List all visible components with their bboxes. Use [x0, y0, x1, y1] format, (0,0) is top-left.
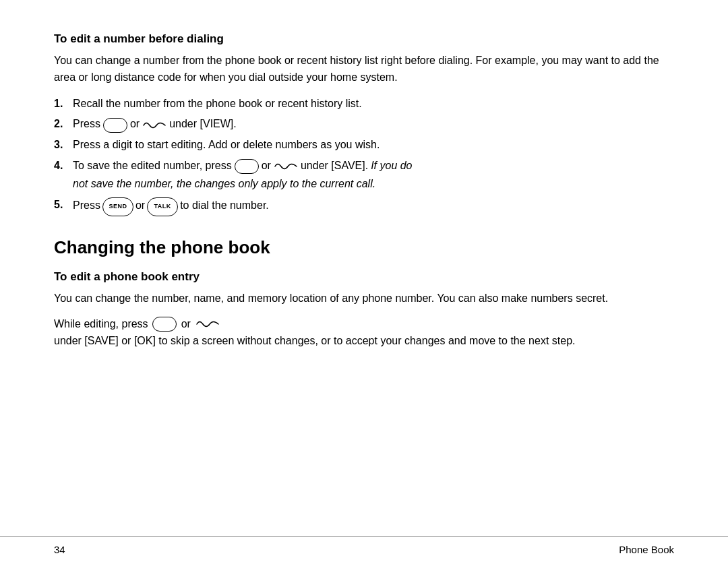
- step-content: Press or under [VIEW].: [73, 116, 674, 133]
- step4-line2: not save the number, the changes only ap…: [73, 176, 674, 193]
- talk-button: TALK: [147, 197, 178, 216]
- step-text-before: To save the edited number, press: [73, 158, 232, 175]
- step-number: 1.: [54, 96, 73, 113]
- step-number: 2.: [54, 116, 73, 133]
- or-text: or: [262, 158, 271, 175]
- list-item: 4. To save the edited number, press or u…: [54, 158, 674, 193]
- wavy-button-1: [142, 118, 166, 133]
- list-item: 2. Press or under [VIEW].: [54, 116, 674, 133]
- page-number: 34: [54, 544, 65, 555]
- list-item: 5. Press SEND or TALK to dial the number…: [54, 197, 674, 216]
- step-text: Press a digit to start editing. Add or d…: [73, 139, 380, 150]
- para2-text-after: under [SAVE] or [OK] to skip a screen wi…: [54, 333, 575, 350]
- steps-list: 1. Recall the number from the phone book…: [54, 96, 674, 220]
- page-content: To edit a number before dialing You can …: [0, 0, 728, 536]
- section2-heading: To edit a phone book entry: [54, 270, 674, 284]
- or-text: or: [130, 116, 140, 133]
- send-button-label: SEND: [109, 202, 127, 212]
- or-text: or: [135, 197, 145, 214]
- step-number: 3.: [54, 137, 73, 154]
- section2-para2: While editing, press or under [SAVE] or …: [54, 316, 674, 350]
- section-name: Phone Book: [619, 544, 674, 555]
- step-text-after-line1: under [SAVE].: [301, 158, 368, 175]
- step-content: Press SEND or TALK to dial the number.: [73, 197, 674, 216]
- step-number: 4.: [54, 158, 73, 175]
- step-number: 5.: [54, 197, 73, 214]
- step-text: Recall the number from the phone book or…: [73, 98, 362, 109]
- send-button: SEND: [102, 197, 133, 216]
- oval-button-2: [235, 159, 259, 174]
- step-text-before: Press: [73, 116, 100, 133]
- para2-text-before: While editing, press: [54, 316, 148, 333]
- talk-button-label: TALK: [154, 202, 171, 212]
- step4-line1: To save the edited number, press or unde…: [73, 158, 674, 175]
- page-footer: 34 Phone Book: [0, 536, 728, 562]
- chapter-title: Changing the phone book: [54, 237, 674, 258]
- section2-para1: You can change the number, name, and mem…: [54, 290, 674, 307]
- oval-button-1: [103, 118, 127, 133]
- para2-or-text: or: [181, 316, 191, 333]
- wavy-button-2: [274, 159, 298, 174]
- step-text-before: Press: [73, 197, 100, 214]
- step-text-after: to dial the number.: [180, 197, 269, 214]
- list-item: 3. Press a digit to start editing. Add o…: [54, 137, 674, 154]
- step-text-after: under [VIEW].: [169, 116, 237, 133]
- step-content: Recall the number from the phone book or…: [73, 96, 674, 113]
- list-item: 1. Recall the number from the phone book…: [54, 96, 674, 113]
- step-content: To save the edited number, press or unde…: [73, 158, 674, 193]
- wavy-button-3: [195, 317, 220, 332]
- step-content: Press a digit to start editing. Add or d…: [73, 137, 674, 154]
- step-text-italic-suffix: If you do: [371, 158, 412, 175]
- section1-heading: To edit a number before dialing: [54, 32, 674, 46]
- oval-button-3: [152, 317, 177, 332]
- step4-text-block: To save the edited number, press or unde…: [73, 158, 674, 193]
- section1-intro: You can change a number from the phone b…: [54, 53, 674, 86]
